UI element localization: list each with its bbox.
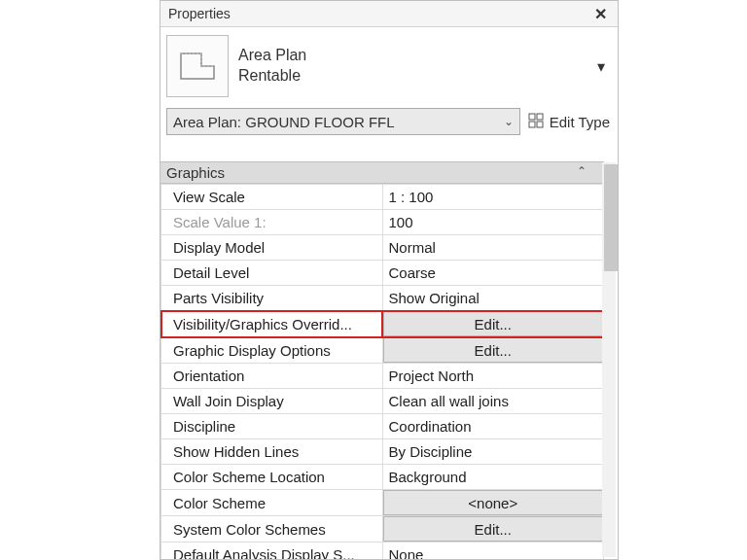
- panel-titlebar: Properties ✕: [160, 1, 618, 27]
- type-line-1: Area Plan: [238, 47, 306, 63]
- vertical-scrollbar[interactable]: [602, 162, 616, 557]
- row-show-hidden-lines[interactable]: Show Hidden Lines By Discipline: [161, 439, 604, 465]
- value-parts-visibility[interactable]: Show Original: [382, 286, 604, 311]
- row-detail-level[interactable]: Detail Level Coarse: [161, 261, 604, 286]
- instance-row: Area Plan: GROUND FLOOR FFL ⌄ Edit Type: [160, 105, 618, 138]
- button-vis-graphics-edit[interactable]: Edit...: [383, 311, 604, 336]
- scrollbar-thumb[interactable]: [604, 164, 619, 271]
- svg-rect-0: [529, 114, 535, 120]
- chevron-down-icon: ⌄: [504, 115, 514, 128]
- row-display-model[interactable]: Display Model Normal: [161, 235, 604, 261]
- value-detail-level[interactable]: Coarse: [382, 261, 604, 286]
- value-color-scheme-loc[interactable]: Background: [382, 465, 604, 490]
- row-parts-visibility[interactable]: Parts Visibility Show Original: [161, 286, 604, 311]
- value-show-hidden[interactable]: By Discipline: [382, 439, 604, 465]
- label-scale-value: Scale Value 1:: [161, 210, 383, 235]
- label-orientation: Orientation: [161, 364, 383, 389]
- button-gfx-display-edit[interactable]: Edit...: [383, 337, 604, 363]
- value-discipline[interactable]: Coordination: [382, 414, 604, 439]
- instance-dropdown[interactable]: Area Plan: GROUND FLOOR FFL ⌄: [166, 108, 520, 135]
- row-view-scale[interactable]: View Scale 1 : 100: [161, 185, 604, 210]
- close-icon[interactable]: ✕: [590, 4, 610, 23]
- area-plan-thumbnail-icon: [166, 35, 229, 97]
- label-view-scale: View Scale: [161, 185, 383, 210]
- button-color-scheme[interactable]: <none>: [383, 490, 604, 515]
- row-orientation[interactable]: Orientation Project North: [161, 364, 604, 389]
- svg-rect-2: [529, 122, 535, 127]
- edit-type-button[interactable]: Edit Type: [526, 113, 612, 130]
- value-view-scale[interactable]: 1 : 100: [382, 185, 604, 210]
- row-scale-value: Scale Value 1: 100: [161, 210, 604, 235]
- type-line-2: Rentable: [238, 66, 583, 87]
- collapse-icon[interactable]: ⌃: [577, 164, 587, 178]
- label-parts-visibility: Parts Visibility: [161, 286, 383, 311]
- label-display-model: Display Model: [161, 235, 383, 261]
- label-discipline: Discipline: [161, 414, 383, 439]
- type-selector-dropdown-icon[interactable]: ▾: [592, 57, 610, 76]
- svg-rect-3: [537, 122, 543, 127]
- value-default-analysis[interactable]: None: [382, 542, 604, 561]
- row-graphic-display-options[interactable]: Graphic Display Options Edit...: [161, 337, 604, 364]
- label-gfx-display: Graphic Display Options: [161, 337, 383, 364]
- label-vis-graphics: Visibility/Graphics Overrid...: [161, 311, 383, 337]
- group-title: Graphics: [166, 164, 225, 181]
- row-wall-join-display[interactable]: Wall Join Display Clean all wall joins: [161, 389, 604, 414]
- group-header-graphics[interactable]: Graphics ⌃: [160, 161, 604, 184]
- label-wall-join: Wall Join Display: [161, 389, 383, 414]
- value-display-model[interactable]: Normal: [382, 235, 604, 261]
- value-orientation[interactable]: Project North: [382, 364, 604, 389]
- properties-panel: Properties ✕ Area Plan Rentable ▾ Area P…: [160, 0, 619, 560]
- instance-dropdown-label: Area Plan: GROUND FLOOR FFL: [173, 114, 395, 130]
- label-color-scheme-loc: Color Scheme Location: [161, 465, 383, 490]
- edit-type-label: Edit Type: [550, 114, 610, 130]
- row-system-color-schemes[interactable]: System Color Schemes Edit...: [161, 516, 604, 542]
- label-detail-level: Detail Level: [161, 261, 383, 286]
- panel-title: Properties: [168, 6, 590, 21]
- svg-rect-1: [537, 114, 543, 120]
- label-sys-color-schemes: System Color Schemes: [161, 516, 383, 542]
- type-selector[interactable]: Area Plan Rentable ▾: [160, 27, 618, 105]
- row-default-analysis-display[interactable]: Default Analysis Display S... None: [161, 542, 604, 561]
- row-color-scheme-location[interactable]: Color Scheme Location Background: [161, 465, 604, 490]
- properties-table-wrap: Graphics ⌃ View Scale 1 : 100 Scale Valu…: [160, 161, 604, 559]
- row-discipline[interactable]: Discipline Coordination: [161, 414, 604, 439]
- row-color-scheme[interactable]: Color Scheme <none>: [161, 490, 604, 516]
- type-selector-label: Area Plan Rentable: [238, 46, 583, 87]
- label-show-hidden: Show Hidden Lines: [161, 439, 383, 465]
- button-sys-color-schemes-edit[interactable]: Edit...: [383, 516, 604, 542]
- label-default-analysis: Default Analysis Display S...: [161, 542, 383, 561]
- properties-table: View Scale 1 : 100 Scale Value 1: 100 Di…: [160, 184, 604, 560]
- edit-type-icon: [528, 113, 546, 130]
- value-wall-join[interactable]: Clean all wall joins: [382, 389, 604, 414]
- label-color-scheme: Color Scheme: [161, 490, 383, 516]
- properties-scroll-area: Graphics ⌃ View Scale 1 : 100 Scale Valu…: [160, 161, 618, 559]
- value-scale-value: 100: [382, 210, 604, 235]
- row-visibility-graphics-overrides[interactable]: Visibility/Graphics Overrid... Edit...: [161, 311, 604, 337]
